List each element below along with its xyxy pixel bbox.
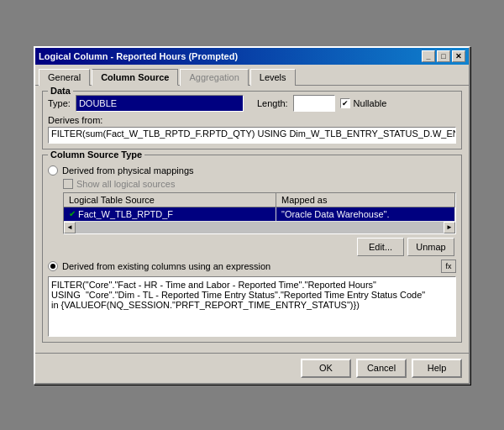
expression-textarea[interactable] (48, 276, 456, 337)
title-bar-buttons: _ □ ✕ (422, 50, 465, 62)
minimize-button[interactable]: _ (422, 50, 435, 62)
radio2-row: Derived from existing columns using an e… (48, 260, 456, 273)
nullable-row: ✔ Nullable (340, 98, 387, 108)
expression-edit-icon[interactable]: fx (441, 260, 456, 273)
scroll-right-button[interactable]: ► (444, 222, 455, 233)
show-all-row: Show all logical sources (63, 179, 456, 189)
title-bar: Logical Column - Reported Hours (Prompte… (35, 48, 469, 65)
maximize-button[interactable]: □ (437, 50, 450, 62)
expression-icon: fx (445, 262, 451, 270)
scroll-track[interactable] (76, 222, 444, 233)
length-label: Length: (257, 98, 288, 108)
logical-table-source-table: Logical Table Source Mapped as ✔ Fact_W_… (63, 192, 456, 234)
type-input[interactable] (76, 95, 244, 112)
unmap-button[interactable]: Unmap (407, 238, 454, 256)
close-button[interactable]: ✕ (452, 50, 465, 62)
help-button[interactable]: Help (412, 359, 462, 378)
tab-aggregation[interactable]: Aggregation (180, 69, 248, 86)
radio-group: Derived from physical mappings Show all … (48, 165, 456, 337)
data-group-label: Data (48, 86, 73, 96)
type-row: Type: Length: ✔ Nullable (48, 95, 456, 112)
cancel-button[interactable]: Cancel (356, 359, 407, 378)
edit-unmap-row: Edit... Unmap (48, 238, 456, 256)
table-cell-source: ✔ Fact_W_TLB_RPTD_F (64, 207, 276, 221)
check-icon: ✔ (69, 209, 76, 218)
nullable-label: Nullable (354, 98, 387, 108)
bottom-button-row: OK Cancel Help (35, 353, 469, 383)
table-header: Logical Table Source Mapped as (64, 193, 455, 207)
table-cell-mapped: "Oracle Data Warehouse". (276, 207, 455, 221)
table-row[interactable]: ✔ Fact_W_TLB_RPTD_F "Oracle Data Warehou… (64, 207, 455, 222)
length-input[interactable] (293, 95, 335, 112)
window-title: Logical Column - Reported Hours (Prompte… (39, 51, 238, 61)
tab-column-source[interactable]: Column Source (92, 69, 178, 86)
radio1-label: Derived from physical mappings (62, 165, 194, 176)
radio2-button[interactable] (48, 261, 58, 271)
tab-content: Data Type: Length: ✔ Nullable Derives fr… (35, 86, 469, 353)
show-all-label: Show all logical sources (76, 179, 175, 189)
main-window: Logical Column - Reported Hours (Prompte… (34, 46, 470, 385)
type-label: Type: (48, 98, 71, 108)
data-group: Data Type: Length: ✔ Nullable Derives fr… (42, 91, 462, 149)
show-all-checkbox[interactable] (63, 179, 73, 189)
column-source-type-label: Column Source Type (48, 149, 144, 160)
ok-button[interactable]: OK (301, 359, 351, 378)
edit-button[interactable]: Edit... (357, 238, 404, 256)
radio2-label: Derived from existing columns using an e… (62, 261, 270, 271)
tab-general[interactable]: General (39, 69, 90, 86)
col-header-source: Logical Table Source (64, 193, 276, 207)
radio1-button[interactable] (48, 165, 58, 176)
scroll-left-button[interactable]: ◄ (64, 222, 76, 233)
derives-row: Derives from: FILTER(sum(Fact_W_TLB_RPTD… (48, 115, 456, 144)
horizontal-scrollbar[interactable]: ◄ ► (64, 222, 455, 233)
tab-bar: General Column Source Aggregation Levels (35, 65, 469, 86)
derives-label: Derives from: (48, 115, 456, 125)
radio1-row: Derived from physical mappings (48, 165, 456, 176)
derives-input[interactable]: FILTER(sum(Fact_W_TLB_RPTD_F.RPTD_QTY) U… (48, 127, 456, 144)
col-header-mapped: Mapped as (276, 193, 455, 207)
nullable-checkbox[interactable]: ✔ (340, 98, 350, 108)
column-source-type-group: Column Source Type Derived from physical… (42, 155, 462, 343)
tab-levels[interactable]: Levels (250, 69, 296, 86)
